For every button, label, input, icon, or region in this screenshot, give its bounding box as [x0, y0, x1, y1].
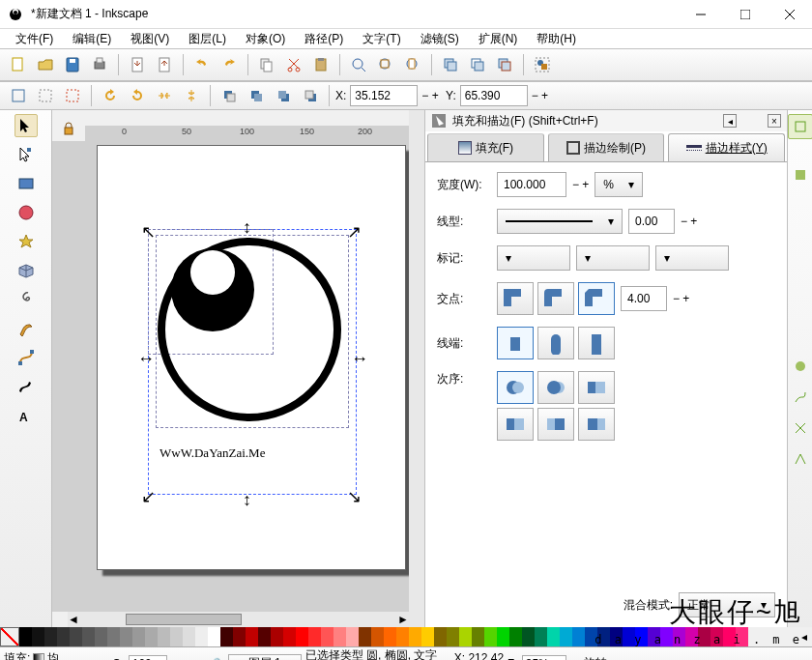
paste-icon[interactable]: [308, 52, 334, 77]
color-swatch[interactable]: [522, 627, 535, 646]
cap-round[interactable]: [537, 327, 574, 359]
palette-menu-icon[interactable]: ◂: [797, 627, 812, 646]
pencil-tool[interactable]: [14, 317, 38, 340]
color-swatch[interactable]: [384, 627, 396, 646]
color-swatch[interactable]: [610, 627, 623, 646]
dash-spinner[interactable]: − +: [681, 215, 697, 228]
color-swatch[interactable]: [283, 627, 296, 646]
color-swatch[interactable]: [660, 627, 673, 646]
undo-icon[interactable]: [189, 52, 215, 77]
color-swatch[interactable]: [271, 627, 283, 646]
snap-cusp-icon[interactable]: [788, 446, 813, 472]
color-swatch[interactable]: [208, 627, 220, 646]
color-swatch[interactable]: [170, 627, 183, 646]
color-swatch[interactable]: [334, 627, 346, 646]
print-icon[interactable]: [87, 52, 112, 77]
color-swatch[interactable]: [635, 627, 648, 646]
copy-icon[interactable]: [254, 52, 279, 77]
color-swatch[interactable]: [233, 627, 246, 646]
calligraphy-tool[interactable]: [14, 375, 38, 398]
scrollbar-v[interactable]: [409, 110, 424, 627]
color-swatch[interactable]: [710, 627, 723, 646]
zoom-drawing-icon[interactable]: [373, 52, 398, 77]
width-spinner[interactable]: − +: [572, 178, 589, 191]
color-swatch[interactable]: [57, 627, 70, 646]
color-swatch[interactable]: [132, 627, 145, 646]
order-1[interactable]: [497, 371, 534, 404]
color-swatch[interactable]: [32, 627, 44, 646]
color-swatch[interactable]: [673, 627, 685, 646]
moon-shape[interactable]: [171, 248, 254, 331]
duplicate-icon[interactable]: [438, 52, 463, 77]
color-swatch[interactable]: [723, 627, 736, 646]
color-swatch[interactable]: [82, 627, 95, 646]
rect-tool[interactable]: [14, 172, 38, 195]
canvas-text[interactable]: WwW.DaYanZai.Me: [160, 445, 265, 461]
panel-minimize-icon[interactable]: ◂: [723, 114, 737, 128]
panel-close-icon[interactable]: ×: [768, 114, 781, 128]
color-swatch[interactable]: [685, 627, 698, 646]
width-input[interactable]: 100.000: [497, 172, 566, 197]
dash-dropdown[interactable]: ▾: [497, 209, 623, 234]
open-icon[interactable]: [33, 52, 58, 77]
scrollbar-h[interactable]: ◄ ►: [68, 612, 409, 627]
group-icon[interactable]: [530, 52, 555, 77]
menu-view[interactable]: 视图(V): [121, 29, 179, 48]
selector-tool[interactable]: [14, 114, 38, 137]
max-button[interactable]: [723, 0, 768, 29]
color-swatch[interactable]: [145, 627, 158, 646]
rotate-cw-icon[interactable]: [125, 83, 150, 108]
cut-icon[interactable]: [281, 52, 306, 77]
tab-stroke-paint[interactable]: 描边绘制(P): [548, 133, 665, 161]
snap-paths-icon[interactable]: [788, 385, 813, 410]
join-miter[interactable]: [497, 282, 534, 315]
color-swatch[interactable]: [359, 627, 371, 646]
miter-input[interactable]: 4.00: [621, 286, 667, 311]
order-5[interactable]: [537, 408, 574, 441]
canvas[interactable]: ↖↕↗ ↔↔ ↙↕↘ WwW.DaYanZai.Me: [68, 141, 409, 612]
color-swatch[interactable]: [484, 627, 497, 646]
order-2[interactable]: [537, 371, 574, 404]
color-swatch[interactable]: [447, 627, 459, 646]
new-icon[interactable]: [6, 52, 31, 77]
menu-layer[interactable]: 图层(L): [179, 29, 236, 48]
color-swatch[interactable]: [120, 627, 132, 646]
raise-icon[interactable]: [244, 83, 269, 108]
color-swatch[interactable]: [220, 627, 233, 646]
lower-icon[interactable]: [271, 83, 296, 108]
menu-filter[interactable]: 滤镜(S): [411, 29, 469, 48]
bezier-tool[interactable]: [14, 346, 38, 369]
menu-ext[interactable]: 扩展(N): [469, 29, 528, 48]
min-button[interactable]: [679, 0, 723, 29]
y-spinner[interactable]: − +: [532, 89, 548, 102]
color-swatch[interactable]: [547, 627, 560, 646]
color-swatch[interactable]: [296, 627, 308, 646]
color-swatch[interactable]: [409, 627, 421, 646]
tab-stroke-style[interactable]: 描边样式(Y): [668, 133, 785, 161]
color-swatch[interactable]: [158, 627, 170, 646]
no-color-swatch[interactable]: [0, 627, 19, 646]
import-icon[interactable]: [125, 52, 150, 77]
color-swatch[interactable]: [19, 627, 32, 646]
select-all-layers-icon[interactable]: [6, 83, 31, 108]
color-swatch[interactable]: [70, 627, 82, 646]
menu-path[interactable]: 路径(P): [295, 29, 353, 48]
color-swatch[interactable]: [560, 627, 572, 646]
layer-lock-icon[interactable]: 🔒: [210, 657, 224, 661]
dash-offset-input[interactable]: 0.00: [628, 209, 675, 234]
ruler-vertical[interactable]: [52, 141, 68, 612]
close-button[interactable]: [768, 0, 812, 29]
color-swatch[interactable]: [308, 627, 321, 646]
color-swatch[interactable]: [434, 627, 447, 646]
marker-end[interactable]: ▾: [655, 245, 729, 271]
color-swatch[interactable]: [535, 627, 547, 646]
flip-h-icon[interactable]: [152, 83, 177, 108]
blend-dropdown[interactable]: 正常 ▾: [679, 592, 775, 617]
tab-fill[interactable]: 填充(F): [427, 133, 544, 161]
raise-top-icon[interactable]: [217, 83, 242, 108]
join-round[interactable]: [537, 282, 574, 315]
select-all-icon[interactable]: [33, 83, 58, 108]
order-4[interactable]: [497, 408, 534, 441]
zoom-page-icon[interactable]: [400, 52, 425, 77]
order-6[interactable]: [578, 408, 615, 441]
